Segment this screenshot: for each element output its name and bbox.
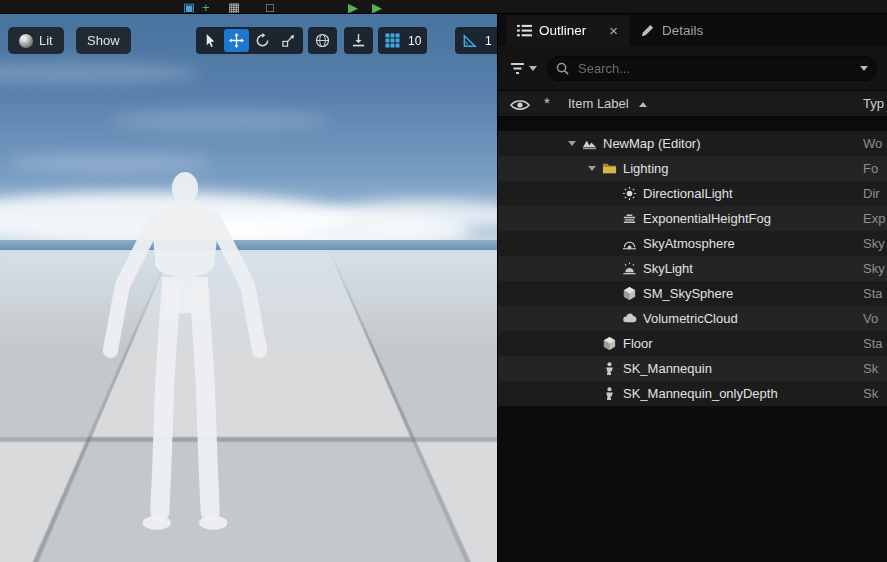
grid-snap-toggle[interactable] [380,29,405,52]
folder-icon [600,161,618,177]
toolbar-icon[interactable]: ▶ [348,1,358,14]
row-label: ExponentialHeightFog [643,211,771,226]
show-label: Show [87,33,120,48]
visibility-column-icon[interactable] [510,98,530,112]
close-icon[interactable]: × [609,23,618,38]
row-label: SkyAtmosphere [643,236,735,251]
expander-arrow[interactable] [588,162,600,175]
surface-snap-button[interactable] [346,29,371,52]
search-box[interactable] [547,56,877,81]
sort-ascending-icon[interactable] [639,98,647,107]
level-viewport[interactable]: Lit Show [0,14,497,562]
mesh-icon [600,336,618,352]
main-toolbar: ▣+▦□▶▶ [0,0,887,14]
rotate-tool-button[interactable] [250,29,275,52]
tab-outliner[interactable]: Outliner × [506,15,629,46]
row-label: DirectionalLight [643,186,733,201]
select-tool-button[interactable] [198,29,223,52]
view-mode-button[interactable]: Lit [8,27,64,54]
row-label: VolumetricCloud [643,311,738,326]
show-flags-button[interactable]: Show [76,27,131,54]
lit-sphere-icon [19,34,33,48]
cloud [110,110,330,130]
view-mode-label: Lit [39,33,53,48]
cloud-icon [620,311,638,327]
move-tool-button[interactable] [224,29,249,52]
pencil-icon [640,23,655,38]
row-label: SK_Mannequin [623,361,712,376]
row-label: SM_SkySphere [643,286,733,301]
row-label: SK_Mannequin_onlyDepth [623,386,778,401]
grid-snap-value[interactable]: 10 [406,34,425,48]
row-type: Vo [863,311,887,326]
mannequin-character[interactable] [55,164,315,542]
skylight-icon [620,261,638,277]
move-icon [229,33,244,48]
row-type: Sk [863,386,887,401]
row-label: NewMap (Editor) [603,136,701,151]
outliner-row[interactable]: SkyLight Sky [498,256,887,281]
outliner-row[interactable]: SM_SkySphere Sta [498,281,887,306]
row-type: Sky [863,236,887,251]
row-type: Wo [863,136,887,151]
search-input[interactable] [576,60,853,77]
chevron-down-icon [860,66,868,75]
pinned-column-icon[interactable]: * [544,94,550,111]
outliner-row[interactable]: SkyAtmosphere Sky [498,231,887,256]
outliner-tree: NewMap (Editor) Wo Lighting Fo Direction… [498,131,887,562]
sun-icon [620,186,638,202]
chevron-down-icon [529,66,537,75]
outliner-row[interactable]: DirectionalLight Dir [498,181,887,206]
tab-label: Outliner [539,23,586,38]
cursor-icon [203,33,218,48]
outliner-row[interactable]: Lighting Fo [498,156,887,181]
filter-button[interactable] [510,62,537,75]
rotation-snap-value[interactable]: 1 [483,34,496,48]
cloud [0,62,200,84]
mesh-icon [620,286,638,302]
row-label: Lighting [623,161,669,176]
rotation-snap-toggle[interactable] [457,29,482,52]
outliner-list-icon [517,23,532,38]
atmosphere-icon [620,236,638,252]
expander-arrow[interactable] [568,137,580,150]
search-icon [556,62,569,75]
tab-details[interactable]: Details [629,15,714,46]
row-type: Dir [863,186,887,201]
outliner-row[interactable]: SK_Mannequin Sk [498,356,887,381]
row-type: Sk [863,361,887,376]
outliner-panel: Outliner × Details * Item Label [497,0,887,562]
outliner-row[interactable]: Floor Sta [498,331,887,356]
fog-icon [620,211,638,227]
row-label: Floor [623,336,653,351]
outliner-search-row [498,46,887,90]
outliner-column-header: * Item Label Typ [498,90,887,117]
world-coordinate-button[interactable] [310,29,335,52]
scale-icon [281,33,296,48]
toolbar-icon[interactable]: ▣ [183,1,195,14]
outliner-row[interactable]: SK_Mannequin_onlyDepth Sk [498,381,887,406]
filter-icon [510,62,525,75]
unreal-editor-window: ▣+▦□▶▶ [0,0,887,562]
outliner-row[interactable]: ExponentialHeightFog Exp [498,206,887,231]
row-label: SkyLight [643,261,693,276]
tab-label: Details [662,23,703,38]
outliner-row[interactable]: NewMap (Editor) Wo [498,131,887,156]
toolbar-icon[interactable]: ▦ [228,1,240,14]
row-type: Exp [863,211,887,226]
toolbar-icon[interactable]: ▶ [372,1,382,14]
skeletal-icon [600,361,618,377]
row-type: Fo [863,161,887,176]
row-type: Sta [863,336,887,351]
scale-tool-button[interactable] [276,29,301,52]
type-column-header[interactable]: Typ [863,96,887,111]
toolbar-icon[interactable]: □ [266,1,274,14]
rotate-icon [255,33,270,48]
toolbar-icon[interactable]: + [202,1,210,14]
outliner-row[interactable]: VolumetricCloud Vo [498,306,887,331]
row-type: Sta [863,286,887,301]
row-type: Sky [863,261,887,276]
angle-snap-icon [462,33,477,48]
item-label-column-header[interactable]: Item Label [568,96,629,111]
grid-icon [385,33,400,48]
